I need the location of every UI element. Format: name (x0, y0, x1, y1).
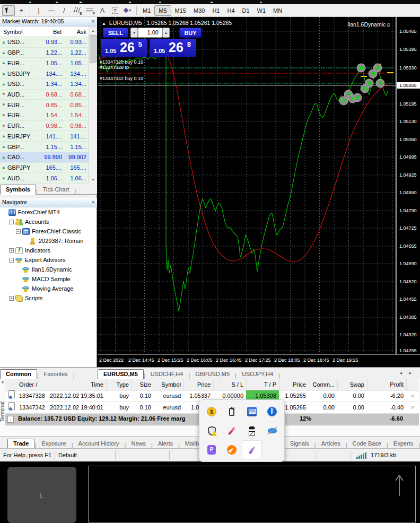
orders-column-header[interactable]: T / P (246, 379, 279, 390)
tree-expander-minus-icon[interactable]: − (9, 220, 14, 224)
nav-item-ilan1-6dynamic[interactable]: Ilan1.6Dynamic (0, 265, 97, 274)
close-order-icon[interactable]: × (406, 402, 419, 413)
arrows-tool[interactable]: ▾ (121, 5, 134, 16)
chart-tab-gbpusd-m5[interactable]: GBPUSD,M5 (190, 370, 235, 379)
column-symbol[interactable]: Symbol (0, 29, 39, 35)
fibonacci-tool[interactable]: F (83, 5, 96, 16)
scroll-up-icon[interactable]: ▴ (89, 27, 97, 34)
tabs-scroll-right-icon[interactable]: ▸ (409, 370, 412, 376)
orders-column-header[interactable]: S / L (213, 379, 246, 390)
market-watch-row[interactable]: ▲AUD...1.06...1.06... (0, 173, 89, 184)
tree-expander-plus-icon[interactable]: + (9, 248, 14, 253)
hat-mail-icon-cell[interactable] (242, 422, 261, 440)
orders-column-header[interactable]: Price (279, 379, 309, 390)
trade-marker-icon[interactable] (353, 93, 362, 102)
tab-common[interactable]: Common (0, 369, 37, 379)
tree-expander-plus-icon[interactable]: + (9, 296, 14, 301)
security-shield-icon-cell[interactable] (202, 422, 221, 440)
trade-marker-icon[interactable] (373, 64, 382, 72)
chart-canvas[interactable] (98, 17, 396, 354)
close-icon[interactable]: × (92, 199, 95, 205)
orders-column-header[interactable]: Profit (367, 379, 406, 390)
timeframe-m1[interactable]: M1 (139, 5, 154, 16)
tree-expander-minus-icon[interactable]: − (9, 258, 14, 263)
status-profile[interactable]: Default (55, 451, 116, 460)
terminal-tab-exposure[interactable]: Exposure (36, 439, 71, 448)
remote-desktop-icon-cell[interactable] (242, 403, 261, 421)
close-icon[interactable]: × (92, 18, 95, 24)
close-order-icon[interactable]: × (406, 390, 419, 402)
sell-button[interactable]: SELL (103, 28, 128, 38)
dollar-coin-icon-cell[interactable]: $ (202, 403, 221, 421)
crosshair-tool[interactable]: + (15, 5, 28, 16)
buy-price-panel[interactable]: 1.05 26 8 (150, 39, 196, 57)
orders-column-header[interactable]: Time (50, 379, 106, 390)
market-watch-row[interactable]: ▲USDJPY134....134.... (0, 68, 89, 79)
clipboard-icon-cell[interactable]: P (202, 441, 221, 459)
trade-marker-icon[interactable] (376, 79, 384, 88)
cursor-tool[interactable] (2, 5, 15, 16)
nav-item-forexchief-classic[interactable]: −ForexChief-Classic (0, 226, 97, 236)
tab-favorites[interactable]: Favorites (39, 370, 73, 379)
orders-column-header[interactable]: Comm... (309, 379, 337, 390)
buy-button[interactable]: BUY (179, 28, 202, 38)
market-watch-scrollbar[interactable]: ▴ ▾ (89, 27, 97, 184)
chart-tab-eurusd-m5[interactable]: EURUSD,M5 (98, 369, 144, 379)
timeframe-m5[interactable]: M5 (154, 5, 171, 16)
tabs-scroll-left-icon[interactable]: ◂ (399, 370, 402, 376)
avast-icon-cell[interactable] (222, 441, 241, 459)
market-watch-row[interactable]: ▲CAD...99.89099.902 (0, 152, 89, 163)
nav-item-expert-advisors[interactable]: −Expert Advisors (0, 255, 97, 265)
nav-item-moving-average[interactable]: Moving Average (0, 284, 97, 293)
pen-icon-cell[interactable] (222, 422, 241, 440)
timeframe-w1[interactable]: W1 (253, 5, 270, 16)
volume-decrease-button[interactable]: ▾ (130, 28, 138, 38)
nav-item-forexchief-mt4[interactable]: ForexChief MT4 (0, 207, 97, 217)
timeframe-d1[interactable]: D1 (239, 5, 253, 16)
timeframe-m30[interactable]: M30 (190, 5, 208, 16)
terminal-tab-experts[interactable]: Experts (388, 439, 418, 448)
close-terminal-icon[interactable]: × (1, 379, 4, 385)
trendline-tool[interactable]: / (58, 5, 71, 16)
timeframe-h1[interactable]: H1 (208, 5, 223, 16)
market-watch-row[interactable]: ▲GBP...1.15...1.15... (0, 142, 89, 152)
tree-expander-minus-icon[interactable]: − (16, 229, 21, 234)
column-ask[interactable]: Ask (64, 29, 89, 35)
keyboard-key[interactable]: L (7, 467, 76, 523)
usb-drive-icon-cell[interactable] (222, 403, 241, 421)
nav-item-accounts[interactable]: −Accounts (0, 217, 97, 226)
market-watch-row[interactable]: ▼EUR...1.54...1.54... (0, 110, 89, 121)
terminal-tab-articles[interactable]: Articles (316, 439, 346, 448)
nav-item-2029387-roman[interactable]: 2029387: Roman (0, 236, 97, 246)
orders-column-header[interactable]: Symbol (154, 379, 183, 390)
equidistant-channel-tool[interactable]: E (71, 5, 83, 16)
text-label-tool[interactable]: T (109, 5, 121, 16)
trade-marker-icon[interactable] (365, 79, 373, 88)
sell-price-panel[interactable]: 1.05 26 5 (101, 39, 147, 57)
tab-symbols[interactable]: Symbols (0, 185, 36, 195)
text-tool[interactable]: A (96, 5, 109, 16)
column-bid[interactable]: Bid (39, 29, 64, 35)
vertical-line-tool[interactable]: | (32, 5, 45, 16)
timeframe-m15[interactable]: M15 (171, 5, 190, 16)
market-watch-row[interactable]: ▲GBP...1.22...1.22... (0, 48, 89, 58)
bluetooth-icon-cell[interactable]: ᛒ (262, 403, 282, 421)
nav-item-scripts[interactable]: +Scripts (0, 293, 97, 303)
terminal-side-label[interactable]: Terminal (0, 393, 6, 430)
scrollbar-thumb[interactable] (90, 35, 97, 63)
market-watch-row[interactable]: ▼EUR...0.98...0.98... (0, 121, 89, 132)
terminal-tab-signals[interactable]: Signals (285, 439, 314, 448)
market-watch-row[interactable]: ▼EUR...0.85...0.85... (0, 100, 89, 110)
market-watch-row[interactable]: ▼AUD...0.68...0.68... (0, 90, 89, 100)
scroll-down-icon[interactable]: ▾ (89, 176, 97, 184)
chart-tab-usdchf-h4[interactable]: USDCHF,H4 (145, 370, 189, 379)
terminal-tab-news[interactable]: News (126, 439, 151, 448)
orders-column-header[interactable]: Price (183, 379, 213, 390)
timeframe-mn[interactable]: MN (269, 5, 286, 16)
terminal-tab-trade[interactable]: Trade (7, 439, 34, 449)
cloud-sync-icon-cell[interactable] (262, 422, 282, 440)
chart-tab-usdjpy-h4[interactable]: USDJPY,H4 (237, 370, 278, 379)
market-watch-row[interactable]: ▲USD...0.93...0.93... (0, 37, 89, 48)
trade-marker-icon[interactable] (357, 64, 365, 72)
orders-column-header[interactable]: Size (132, 379, 154, 390)
